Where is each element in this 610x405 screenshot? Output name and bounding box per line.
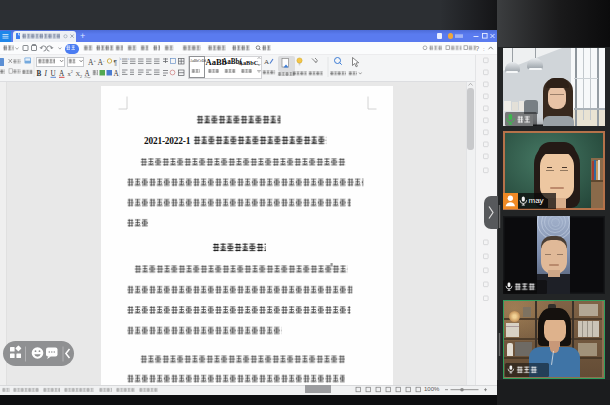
svg-text:A: A (114, 70, 120, 78)
svg-text:B: B (37, 70, 42, 78)
svg-text:2021-2022-1: 2021-2022-1 (144, 136, 191, 146)
svg-text:-: - (103, 58, 105, 63)
svg-text:A: A (264, 58, 269, 66)
svg-text:U: U (51, 70, 57, 78)
svg-text:A: A (59, 70, 65, 78)
svg-text:+: + (94, 58, 97, 63)
svg-text::: : (483, 46, 485, 52)
svg-text:2: 2 (80, 75, 82, 79)
svg-text:2: 2 (71, 70, 73, 74)
svg-text:?: ? (476, 45, 480, 52)
svg-text:I: I (44, 70, 48, 78)
svg-text:¶: ¶ (114, 59, 118, 66)
